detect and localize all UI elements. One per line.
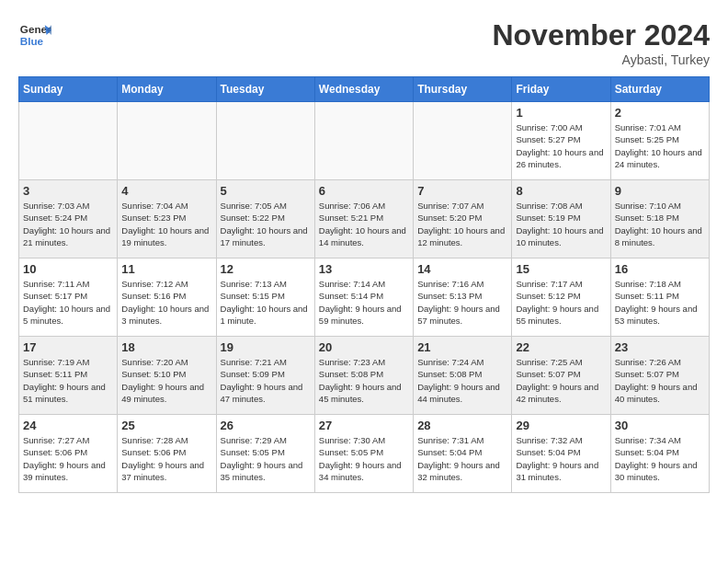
calendar-cell: 22Sunrise: 7:25 AMSunset: 5:07 PMDayligh…: [512, 337, 610, 415]
day-number: 30: [615, 419, 705, 432]
day-number: 27: [319, 419, 409, 432]
calendar-week-row: 24Sunrise: 7:27 AMSunset: 5:06 PMDayligh…: [19, 415, 710, 493]
day-number: 2: [615, 106, 705, 120]
calendar-week-row: 10Sunrise: 7:11 AMSunset: 5:17 PMDayligh…: [19, 259, 710, 337]
day-info: Sunrise: 7:13 AMSunset: 5:15 PMDaylight:…: [221, 278, 311, 327]
day-info: Sunrise: 7:23 AMSunset: 5:08 PMDaylight:…: [319, 356, 409, 405]
day-number: 22: [516, 340, 606, 354]
day-number: 17: [23, 340, 113, 354]
weekday-header: Friday: [512, 77, 610, 102]
day-info: Sunrise: 7:01 AMSunset: 5:25 PMDaylight:…: [615, 121, 705, 170]
calendar-cell: [118, 102, 216, 180]
calendar-cell: [314, 102, 413, 180]
calendar-cell: 12Sunrise: 7:13 AMSunset: 5:15 PMDayligh…: [216, 259, 314, 337]
day-number: 12: [221, 262, 311, 276]
day-number: 29: [516, 419, 606, 432]
day-number: 28: [417, 419, 507, 432]
day-info: Sunrise: 7:08 AMSunset: 5:19 PMDaylight:…: [516, 200, 606, 248]
calendar-cell: 11Sunrise: 7:12 AMSunset: 5:16 PMDayligh…: [118, 259, 216, 337]
month-title: November 2024: [492, 18, 710, 52]
calendar-cell: 6Sunrise: 7:06 AMSunset: 5:21 PMDaylight…: [314, 180, 413, 259]
calendar-cell: 19Sunrise: 7:21 AMSunset: 5:09 PMDayligh…: [216, 337, 314, 415]
day-info: Sunrise: 7:11 AMSunset: 5:17 PMDaylight:…: [23, 278, 113, 327]
day-info: Sunrise: 7:25 AMSunset: 5:07 PMDaylight:…: [516, 356, 606, 405]
day-number: 5: [221, 184, 311, 198]
day-number: 25: [121, 419, 211, 432]
calendar-cell: [19, 102, 118, 180]
page-header: General Blue November 2024 Aybasti, Turk…: [18, 18, 710, 67]
calendar-table: SundayMondayTuesdayWednesdayThursdayFrid…: [18, 76, 710, 493]
day-info: Sunrise: 7:30 AMSunset: 5:05 PMDaylight:…: [319, 434, 409, 483]
day-info: Sunrise: 7:26 AMSunset: 5:07 PMDaylight:…: [615, 356, 705, 405]
location: Aybasti, Turkey: [492, 52, 710, 67]
day-number: 11: [121, 262, 211, 276]
day-number: 21: [417, 340, 507, 354]
calendar-cell: 10Sunrise: 7:11 AMSunset: 5:17 PMDayligh…: [19, 259, 118, 337]
calendar-week-row: 17Sunrise: 7:19 AMSunset: 5:11 PMDayligh…: [19, 337, 710, 415]
calendar-cell: 4Sunrise: 7:04 AMSunset: 5:23 PMDaylight…: [118, 180, 216, 259]
calendar-cell: 26Sunrise: 7:29 AMSunset: 5:05 PMDayligh…: [216, 415, 314, 493]
calendar-cell: 3Sunrise: 7:03 AMSunset: 5:24 PMDaylight…: [19, 180, 118, 259]
day-number: 13: [319, 262, 409, 276]
calendar-cell: 17Sunrise: 7:19 AMSunset: 5:11 PMDayligh…: [19, 337, 118, 415]
calendar-cell: [216, 102, 314, 180]
day-number: 15: [516, 262, 606, 276]
day-info: Sunrise: 7:28 AMSunset: 5:06 PMDaylight:…: [121, 434, 211, 483]
calendar-cell: 25Sunrise: 7:28 AMSunset: 5:06 PMDayligh…: [118, 415, 216, 493]
weekday-header: Monday: [118, 77, 216, 102]
calendar-cell: 21Sunrise: 7:24 AMSunset: 5:08 PMDayligh…: [414, 337, 512, 415]
day-number: 14: [417, 262, 507, 276]
calendar-cell: 13Sunrise: 7:14 AMSunset: 5:14 PMDayligh…: [314, 259, 413, 337]
day-number: 3: [23, 184, 113, 198]
calendar-cell: 27Sunrise: 7:30 AMSunset: 5:05 PMDayligh…: [314, 415, 413, 493]
weekday-header-row: SundayMondayTuesdayWednesdayThursdayFrid…: [19, 77, 710, 102]
calendar-cell: 16Sunrise: 7:18 AMSunset: 5:11 PMDayligh…: [610, 259, 709, 337]
day-info: Sunrise: 7:07 AMSunset: 5:20 PMDaylight:…: [417, 200, 507, 248]
day-number: 10: [23, 262, 113, 276]
day-info: Sunrise: 7:12 AMSunset: 5:16 PMDaylight:…: [121, 278, 211, 327]
weekday-header: Saturday: [610, 77, 709, 102]
day-info: Sunrise: 7:06 AMSunset: 5:21 PMDaylight:…: [319, 200, 409, 248]
day-info: Sunrise: 7:24 AMSunset: 5:08 PMDaylight:…: [417, 356, 507, 405]
day-number: 24: [23, 419, 113, 432]
day-info: Sunrise: 7:21 AMSunset: 5:09 PMDaylight:…: [221, 356, 311, 405]
calendar-cell: 24Sunrise: 7:27 AMSunset: 5:06 PMDayligh…: [19, 415, 118, 493]
day-number: 19: [221, 340, 311, 354]
calendar-cell: 8Sunrise: 7:08 AMSunset: 5:19 PMDaylight…: [512, 180, 610, 259]
day-info: Sunrise: 7:18 AMSunset: 5:11 PMDaylight:…: [615, 278, 705, 327]
day-number: 6: [319, 184, 409, 198]
day-number: 26: [221, 419, 311, 432]
day-number: 18: [121, 340, 211, 354]
day-info: Sunrise: 7:03 AMSunset: 5:24 PMDaylight:…: [23, 200, 113, 248]
calendar-cell: 2Sunrise: 7:01 AMSunset: 5:25 PMDaylight…: [610, 102, 709, 180]
day-number: 8: [516, 184, 606, 198]
day-info: Sunrise: 7:32 AMSunset: 5:04 PMDaylight:…: [516, 434, 606, 483]
weekday-header: Sunday: [19, 77, 118, 102]
weekday-header: Tuesday: [216, 77, 314, 102]
calendar-cell: 1Sunrise: 7:00 AMSunset: 5:27 PMDaylight…: [512, 102, 610, 180]
day-number: 4: [121, 184, 211, 198]
calendar-cell: 28Sunrise: 7:31 AMSunset: 5:04 PMDayligh…: [414, 415, 512, 493]
day-info: Sunrise: 7:16 AMSunset: 5:13 PMDaylight:…: [417, 278, 507, 327]
calendar-cell: 7Sunrise: 7:07 AMSunset: 5:20 PMDaylight…: [414, 180, 512, 259]
weekday-header: Wednesday: [314, 77, 413, 102]
day-number: 7: [417, 184, 507, 198]
calendar-cell: 5Sunrise: 7:05 AMSunset: 5:22 PMDaylight…: [216, 180, 314, 259]
day-info: Sunrise: 7:34 AMSunset: 5:04 PMDaylight:…: [615, 434, 705, 483]
title-block: November 2024 Aybasti, Turkey: [492, 18, 710, 67]
day-number: 16: [615, 262, 705, 276]
day-number: 1: [516, 106, 606, 120]
calendar-cell: 20Sunrise: 7:23 AMSunset: 5:08 PMDayligh…: [314, 337, 413, 415]
calendar-cell: 18Sunrise: 7:20 AMSunset: 5:10 PMDayligh…: [118, 337, 216, 415]
day-number: 20: [319, 340, 409, 354]
logo: General Blue: [18, 18, 51, 52]
calendar-cell: 15Sunrise: 7:17 AMSunset: 5:12 PMDayligh…: [512, 259, 610, 337]
day-info: Sunrise: 7:14 AMSunset: 5:14 PMDaylight:…: [319, 278, 409, 327]
day-number: 23: [615, 340, 705, 354]
calendar-cell: 9Sunrise: 7:10 AMSunset: 5:18 PMDaylight…: [610, 180, 709, 259]
day-info: Sunrise: 7:17 AMSunset: 5:12 PMDaylight:…: [516, 278, 606, 327]
day-info: Sunrise: 7:04 AMSunset: 5:23 PMDaylight:…: [121, 200, 211, 248]
calendar-week-row: 3Sunrise: 7:03 AMSunset: 5:24 PMDaylight…: [19, 180, 710, 259]
calendar-cell: [414, 102, 512, 180]
calendar-cell: 30Sunrise: 7:34 AMSunset: 5:04 PMDayligh…: [610, 415, 709, 493]
